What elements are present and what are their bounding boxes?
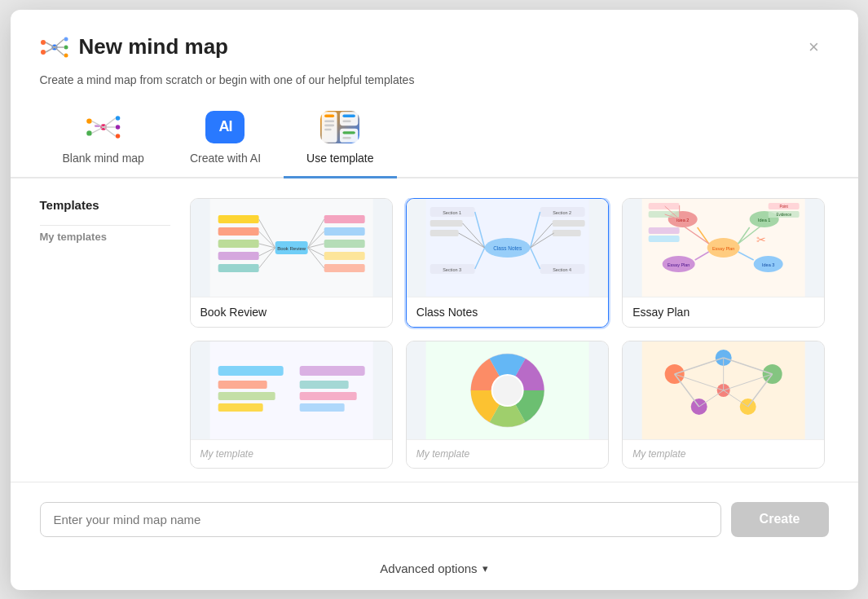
svg-rect-32 (343, 131, 355, 134)
sidebar: Templates My templates (40, 198, 170, 469)
svg-rect-115 (299, 381, 348, 389)
template-card-class-notes[interactable]: Class Notes Section 1 Section 2 (406, 198, 609, 328)
tabs-row: Blank mind map AI Create with AI (11, 99, 858, 178)
class-notes-label: Class Notes (407, 297, 608, 327)
svg-rect-28 (340, 112, 358, 126)
svg-rect-62 (430, 220, 462, 227)
tab-blank-label: Blank mind map (63, 152, 144, 165)
svg-text:✂: ✂ (756, 233, 766, 246)
template-6-label: My template (623, 439, 824, 468)
template-card-5[interactable]: My template (406, 341, 609, 469)
template-tab-icon (320, 108, 359, 147)
svg-rect-40 (218, 252, 258, 260)
svg-rect-116 (299, 392, 356, 400)
name-row: Create (40, 492, 829, 550)
template-card-essay-plan[interactable]: Essay Plan Idea 2 Idea 1 Idea 3 Essay Pl… (622, 198, 825, 328)
essay-plan-label: Essay Plan (623, 297, 824, 327)
svg-text:Section 2: Section 2 (553, 210, 571, 215)
tab-ai[interactable]: AI Create with AI (167, 99, 284, 178)
svg-rect-113 (218, 403, 262, 412)
svg-text:Book Review: Book Review (277, 246, 306, 251)
svg-point-3 (64, 37, 68, 41)
svg-point-5 (64, 53, 68, 57)
template-6-preview (623, 341, 824, 439)
svg-line-19 (91, 127, 103, 133)
svg-text:Idea 1: Idea 1 (758, 218, 770, 222)
svg-point-1 (41, 40, 46, 45)
svg-text:Section 4: Section 4 (553, 267, 571, 272)
ai-box: AI (205, 111, 245, 143)
tab-template[interactable]: Use template (284, 99, 396, 178)
templates-grid: Book Review (190, 198, 829, 469)
svg-rect-33 (343, 137, 351, 139)
modal-body: Templates My templates Book Review (11, 178, 858, 482)
templates-section-label: Templates (40, 198, 170, 212)
svg-rect-39 (218, 240, 258, 248)
tab-blank[interactable]: Blank mind map (40, 99, 167, 178)
svg-line-8 (55, 39, 64, 47)
template-card-6[interactable]: My template (622, 341, 825, 469)
svg-text:Essay Plan: Essay Plan (668, 262, 690, 267)
svg-rect-98 (649, 236, 680, 242)
svg-rect-41 (218, 264, 258, 272)
advanced-options-label: Advanced options (380, 562, 477, 575)
modal-overlay: New mind map × Create a mind map from sc… (0, 0, 868, 599)
svg-text:Class Notes: Class Notes (493, 245, 522, 251)
svg-text:Section 3: Section 3 (443, 267, 461, 272)
create-button[interactable]: Create (731, 502, 829, 537)
svg-rect-114 (299, 366, 364, 376)
svg-rect-63 (430, 230, 458, 236)
svg-rect-96 (649, 211, 680, 218)
svg-rect-112 (218, 392, 275, 400)
svg-text:Evidence: Evidence (777, 213, 792, 217)
advanced-options-row[interactable]: Advanced options ▾ (40, 550, 829, 590)
essay-plan-preview: Essay Plan Idea 2 Idea 1 Idea 3 Essay Pl… (623, 199, 824, 297)
svg-rect-45 (324, 252, 364, 260)
svg-rect-42 (324, 215, 364, 223)
template-5-label: My template (407, 439, 608, 468)
modal-subtitle: Create a mind map from scratch or begin … (11, 70, 858, 99)
svg-rect-109 (209, 341, 372, 439)
mind-map-name-input[interactable] (40, 502, 721, 537)
close-button[interactable]: × (800, 33, 829, 62)
svg-rect-97 (649, 227, 680, 234)
svg-rect-44 (324, 240, 364, 248)
ai-tab-icon: AI (205, 108, 245, 147)
svg-line-20 (104, 117, 116, 126)
svg-point-4 (64, 45, 68, 49)
svg-point-15 (115, 125, 120, 130)
svg-line-22 (104, 127, 116, 136)
mindmap-logo-icon (40, 36, 69, 59)
svg-rect-46 (324, 264, 364, 272)
svg-rect-31 (340, 128, 358, 142)
svg-rect-111 (218, 381, 267, 389)
svg-rect-25 (324, 120, 334, 122)
svg-rect-27 (324, 128, 332, 130)
modal-header: New mind map × (11, 10, 858, 70)
svg-rect-117 (299, 403, 344, 412)
svg-rect-26 (324, 124, 334, 126)
svg-point-2 (41, 50, 46, 55)
svg-rect-29 (343, 114, 355, 117)
svg-text:Idea 3: Idea 3 (762, 262, 774, 267)
svg-text:Essay Plan: Essay Plan (712, 246, 735, 251)
tab-ai-label: Create with AI (190, 152, 261, 165)
template-5-preview (407, 341, 608, 439)
svg-point-16 (115, 134, 120, 139)
svg-rect-110 (218, 366, 283, 376)
template-card-4[interactable]: My template (190, 341, 393, 469)
svg-rect-38 (218, 227, 258, 236)
svg-point-121 (492, 376, 522, 405)
new-mind-map-modal: New mind map × Create a mind map from sc… (11, 10, 858, 590)
template-card-book-review[interactable]: Book Review (190, 198, 393, 328)
book-review-label: Book Review (191, 297, 392, 327)
chevron-down-icon: ▾ (482, 562, 488, 575)
svg-rect-67 (552, 230, 580, 236)
svg-point-13 (86, 130, 91, 135)
modal-title: New mind map (79, 34, 228, 59)
svg-point-12 (86, 118, 91, 123)
svg-text:Section 1: Section 1 (443, 210, 461, 215)
svg-point-14 (115, 116, 120, 121)
template-box (320, 111, 359, 143)
template-4-preview (191, 341, 392, 439)
